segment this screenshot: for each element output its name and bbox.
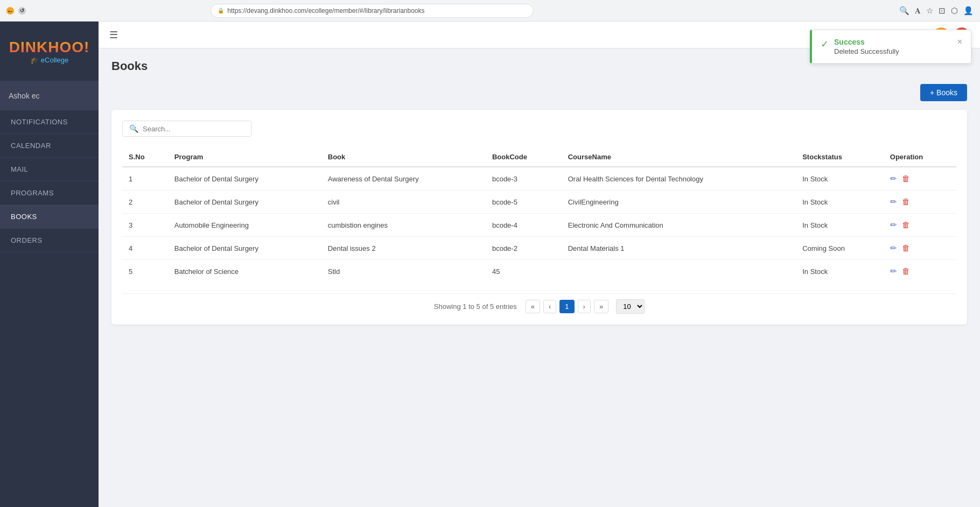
page-content: Books + Books 🔍 S.No Program	[99, 48, 980, 507]
cell-sno: 2	[122, 191, 168, 214]
col-operation: Operation	[884, 147, 956, 167]
toast-content: Success Deleted Successfully	[834, 38, 952, 55]
layout-icon[interactable]: ⊡	[939, 6, 946, 16]
main-area: ☰ ✓ Success Deleted Successfully × Books…	[99, 22, 980, 507]
delete-icon[interactable]: 🗑	[902, 197, 910, 206]
col-stockstatus: Stockstatus	[796, 147, 884, 167]
cell-program: Bachelor of Dental Surgery	[168, 237, 321, 260]
pagination: Showing 1 to 5 of 5 entries « ‹ 1 › » 10…	[122, 293, 956, 314]
cell-operation: ✏ 🗑	[884, 214, 956, 237]
col-coursename: CourseName	[562, 147, 796, 167]
col-sno: S.No	[122, 147, 168, 167]
sidebar-nav: NOTIFICATIONS CALENDAR MAIL PROGRAMS BOO…	[0, 110, 99, 507]
table-row: 5 Batchelor of Science Stld 45 In Stock …	[122, 260, 956, 283]
edit-icon[interactable]: ✏	[890, 197, 897, 206]
delete-icon[interactable]: 🗑	[902, 174, 910, 183]
nav-label-books: BOOKS	[11, 213, 37, 221]
page-size-select[interactable]: 10 25 50	[616, 299, 645, 314]
nav-label-notifications: NOTIFICATIONS	[11, 118, 68, 126]
bookmark-icon[interactable]: ☆	[926, 6, 933, 16]
cell-sno: 3	[122, 214, 168, 237]
col-book: Book	[321, 147, 486, 167]
edit-icon[interactable]: ✏	[890, 266, 897, 276]
cell-program: Batchelor of Science	[168, 260, 321, 283]
nav-label-calendar: CALENDAR	[11, 142, 51, 150]
cell-stockstatus: Coming Soon	[796, 237, 884, 260]
table-row: 2 Bachelor of Dental Surgery civil bcode…	[122, 191, 956, 214]
search-input[interactable]	[143, 125, 244, 133]
browser-back-btn[interactable]: ←	[6, 7, 14, 15]
add-books-button[interactable]: + Books	[920, 84, 967, 101]
cell-stockstatus: In Stock	[796, 214, 884, 237]
cell-bookcode: bcode-2	[486, 237, 562, 260]
lock-icon: 🔒	[218, 8, 224, 13]
toast-close-button[interactable]: ×	[957, 38, 962, 46]
edit-icon[interactable]: ✏	[890, 174, 897, 183]
menu-icon[interactable]: ☰	[109, 29, 118, 41]
sidebar-logo: DINKHOO! 🎓 eCollege	[0, 22, 99, 81]
cell-book: Awareness of Dental Surgery	[321, 167, 486, 191]
sidebar-item-notifications[interactable]: NOTIFICATIONS	[0, 110, 99, 134]
sidebar-item-programs[interactable]: PROGRAMS	[0, 181, 99, 205]
sidebar: DINKHOO! 🎓 eCollege Ashok ec NOTIFICATIO…	[0, 22, 99, 507]
pagination-page-1[interactable]: 1	[559, 300, 574, 313]
table-row: 1 Bachelor of Dental Surgery Awareness o…	[122, 167, 956, 191]
pagination-next[interactable]: ›	[578, 300, 591, 313]
cell-sno: 1	[122, 167, 168, 191]
user-section: Ashok ec	[0, 81, 99, 110]
cell-book: civil	[321, 191, 486, 214]
sidebar-item-orders[interactable]: ORDERS	[0, 229, 99, 252]
table-row: 4 Bachelor of Dental Surgery Dental issu…	[122, 237, 956, 260]
cell-coursename: Electronic And Communication	[562, 214, 796, 237]
table-header-row: S.No Program Book BookCode CourseName St…	[122, 147, 956, 167]
cell-bookcode: bcode-3	[486, 167, 562, 191]
delete-icon[interactable]: 🗑	[902, 220, 910, 229]
col-program: Program	[168, 147, 321, 167]
cell-program: Bachelor of Dental Surgery	[168, 191, 321, 214]
pagination-last[interactable]: »	[594, 300, 608, 313]
cell-coursename	[562, 260, 796, 283]
logo-text: DINKHOO!	[9, 39, 90, 56]
search-box: 🔍	[122, 121, 251, 137]
books-card: 🔍 S.No Program Book BookCode CourseName	[111, 110, 967, 325]
user-name: Ashok ec	[9, 91, 40, 100]
table-row: 3 Automobile Engineering cumbistion engi…	[122, 214, 956, 237]
edit-icon[interactable]: ✏	[890, 243, 897, 252]
toast-message: Deleted Successfully	[834, 47, 952, 55]
cell-book: Stld	[321, 260, 486, 283]
zoom-icon[interactable]: 🔍	[899, 6, 909, 16]
browser-refresh-btn[interactable]: ↺	[18, 7, 26, 15]
toast-notification: ✓ Success Deleted Successfully ×	[810, 30, 971, 64]
sidebar-item-books[interactable]: BOOKS	[0, 205, 99, 229]
reader-icon[interactable]: 𝐀	[915, 6, 921, 16]
cell-bookcode: bcode-5	[486, 191, 562, 214]
pagination-prev[interactable]: ‹	[543, 300, 556, 313]
url-text: https://devang.dinkhoo.com/ecollege/memb…	[227, 7, 424, 15]
cell-sno: 4	[122, 237, 168, 260]
extension-icon[interactable]: ⬡	[951, 6, 958, 16]
browser-right-icons: 🔍 𝐀 ☆ ⊡ ⬡ 👤	[899, 6, 974, 16]
pagination-info: Showing 1 to 5 of 5 entries	[434, 302, 517, 311]
browser-chrome: ← ↺ 🔒 https://devang.dinkhoo.com/ecolleg…	[0, 0, 980, 22]
table-body: 1 Bachelor of Dental Surgery Awareness o…	[122, 167, 956, 283]
address-bar[interactable]: 🔒 https://devang.dinkhoo.com/ecollege/me…	[211, 4, 534, 18]
delete-icon[interactable]: 🗑	[902, 266, 910, 276]
cell-operation: ✏ 🗑	[884, 167, 956, 191]
col-bookcode: BookCode	[486, 147, 562, 167]
toast-title: Success	[834, 38, 952, 46]
nav-label-programs: PROGRAMS	[11, 189, 54, 197]
books-table: S.No Program Book BookCode CourseName St…	[122, 147, 956, 283]
edit-icon[interactable]: ✏	[890, 220, 897, 229]
nav-label-mail: MAIL	[11, 165, 28, 173]
delete-icon[interactable]: 🗑	[902, 243, 910, 252]
sidebar-item-calendar[interactable]: CALENDAR	[0, 134, 99, 158]
profile-icon[interactable]: 👤	[963, 6, 974, 16]
cell-coursename: Dental Materials 1	[562, 237, 796, 260]
cell-sno: 5	[122, 260, 168, 283]
nav-label-orders: ORDERS	[11, 236, 43, 244]
cell-book: cumbistion engines	[321, 214, 486, 237]
pagination-first[interactable]: «	[526, 300, 540, 313]
sidebar-item-mail[interactable]: MAIL	[0, 158, 99, 181]
cell-bookcode: bcode-4	[486, 214, 562, 237]
cell-stockstatus: In Stock	[796, 167, 884, 191]
